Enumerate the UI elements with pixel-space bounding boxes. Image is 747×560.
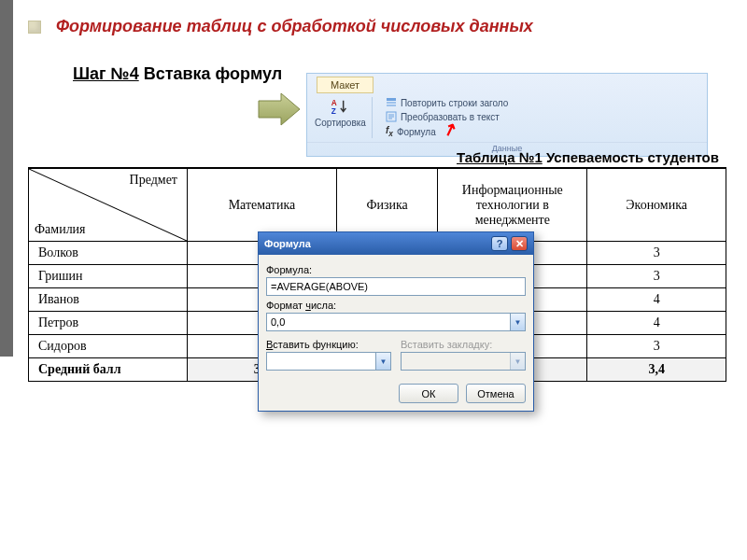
col-physics: Физика <box>336 169 437 242</box>
dialog-help-button[interactable]: ? <box>491 236 508 251</box>
chevron-down-icon[interactable]: ▼ <box>375 353 390 370</box>
insert-function-label: Вставить функцию: <box>266 339 391 350</box>
table-caption: Таблица №1 Успеваемость студентов <box>28 149 726 168</box>
fx-icon: fx <box>386 125 393 138</box>
ribbon-formula-label: Формула <box>397 127 436 137</box>
ribbon-snippet: Макет A Z Сортировка Повторить строки за… <box>306 73 708 157</box>
col-it: Информационные технологии в менеджменте <box>438 169 587 242</box>
cell: 4 <box>587 288 726 312</box>
insert-function-select[interactable] <box>266 352 391 371</box>
number-format-label: Формат числа: <box>266 300 526 311</box>
dialog-close-button[interactable]: ✕ <box>511 236 528 251</box>
avg-label: Средний балл <box>29 358 188 382</box>
row-name: Волков <box>29 242 188 265</box>
svg-rect-4 <box>387 102 396 104</box>
svg-text:A: A <box>331 99 337 107</box>
ribbon-sort-button[interactable]: A Z Сортировка <box>313 97 373 138</box>
table-caption-number: Таблица №1 <box>457 149 543 165</box>
chevron-down-icon[interactable]: ▼ <box>510 314 525 330</box>
step-text: Вставка формул <box>139 64 282 83</box>
header-subject: Предмет <box>130 173 177 188</box>
row-name: Иванов <box>29 288 188 312</box>
formula-dialog: Формула ? ✕ Формула: Формат числа: ▼ Вст… <box>258 231 534 412</box>
sort-az-icon: A Z <box>330 97 350 118</box>
header-surname: Фамилия <box>35 222 86 237</box>
cell: 4 <box>587 312 726 335</box>
insert-bookmark-label: Вставить закладку: <box>401 339 526 350</box>
ribbon-sort-label: Сортировка <box>315 118 366 128</box>
formula-input[interactable] <box>266 277 526 296</box>
svg-rect-3 <box>387 98 396 101</box>
cell: 3 <box>587 335 726 358</box>
insert-bookmark-select <box>401 352 526 371</box>
slide-accent-bar <box>0 0 13 357</box>
svg-text:Z: Z <box>331 107 336 116</box>
col-math: Математика <box>188 169 337 242</box>
slide-title: Формирование таблиц с обработкой числовы… <box>0 0 747 42</box>
svg-rect-5 <box>387 105 396 106</box>
repeat-rows-icon <box>386 97 397 108</box>
ok-button[interactable]: ОК <box>399 384 458 403</box>
slide-bullet <box>28 21 41 34</box>
row-name: Петров <box>29 312 188 335</box>
diagonal-header: Предмет Фамилия <box>29 169 188 242</box>
table-caption-text: Успеваемость студентов <box>543 149 719 165</box>
cancel-button[interactable]: Отмена <box>466 384 526 403</box>
col-econ: Экономика <box>587 169 726 242</box>
number-format-select[interactable] <box>266 313 526 331</box>
svg-marker-0 <box>259 93 300 125</box>
ribbon-repeat-header-rows[interactable]: Повторить строки заголо <box>386 97 508 108</box>
ribbon-repeat-label: Повторить строки заголо <box>401 98 508 108</box>
step-number: Шаг №4 <box>73 64 139 83</box>
chevron-down-icon: ▼ <box>510 353 525 370</box>
cell: 3 <box>587 242 726 265</box>
row-name: Гришин <box>29 265 188 288</box>
avg-cell: 3,4 <box>587 358 726 382</box>
close-icon: ✕ <box>515 238 524 250</box>
convert-text-icon <box>386 111 397 122</box>
formula-label: Формула: <box>266 264 526 275</box>
arrow-right-icon <box>257 91 302 127</box>
dialog-titlebar[interactable]: Формула ? ✕ <box>259 232 533 255</box>
cell: 3 <box>587 265 726 288</box>
ribbon-tab-layout[interactable]: Макет <box>317 77 374 93</box>
dialog-title-text: Формула <box>264 238 311 249</box>
row-name: Сидоров <box>29 335 188 358</box>
